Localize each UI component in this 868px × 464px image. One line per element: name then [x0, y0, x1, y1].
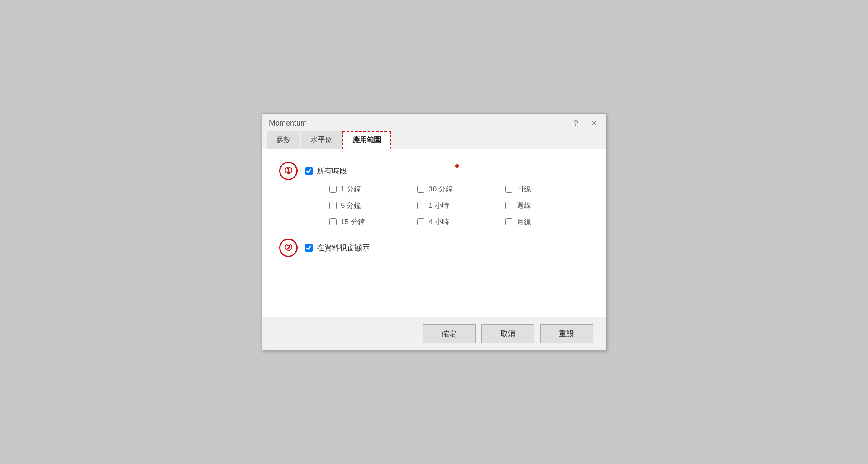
section-periods: ① 所有時段 1 分鐘 30 分鐘 日線 [279, 162, 589, 227]
dialog-title: Momentum [269, 119, 307, 128]
badge-1: ① [279, 162, 298, 180]
checkbox-monthly[interactable] [505, 218, 512, 225]
show-in-data-window-checkbox[interactable] [305, 244, 313, 252]
footer: 確定 取消 重設 [262, 317, 606, 350]
option-4hour: 4 小時 [417, 217, 501, 227]
title-bar-controls: ? × [571, 118, 599, 128]
option-weekly: 週線 [505, 201, 589, 210]
option-5min: 5 分鐘 [329, 201, 413, 210]
show-in-data-window-label[interactable]: 在資料視窗顯示 [305, 243, 370, 253]
option-daily: 日線 [505, 184, 589, 194]
tab-params[interactable]: 參數 [267, 131, 300, 149]
option-15min: 15 分鐘 [329, 217, 413, 227]
checkbox-daily[interactable] [505, 186, 512, 193]
checkbox-30min[interactable] [417, 186, 424, 193]
periods-grid: 1 分鐘 30 分鐘 日線 5 分鐘 1 小時 [329, 184, 589, 227]
checkbox-5min[interactable] [329, 202, 337, 209]
option-1hour: 1 小時 [417, 201, 501, 210]
confirm-button[interactable]: 確定 [423, 324, 476, 343]
close-button[interactable]: × [589, 118, 599, 128]
red-dot-indicator [455, 164, 459, 168]
reset-button[interactable]: 重設 [540, 324, 593, 343]
all-periods-checkbox[interactable] [305, 167, 313, 175]
data-window-row: ② 在資料視窗顯示 [279, 239, 589, 257]
help-button[interactable]: ? [571, 118, 580, 128]
content-area: ① 所有時段 1 分鐘 30 分鐘 日線 [262, 149, 606, 317]
section-data-window: ② 在資料視窗顯示 [279, 239, 589, 257]
cancel-button[interactable]: 取消 [481, 324, 534, 343]
tab-horizontal[interactable]: 水平位 [301, 131, 342, 149]
checkbox-1hour[interactable] [417, 202, 424, 209]
all-periods-row: ① 所有時段 [279, 162, 589, 180]
tab-bar: 參數 水平位 應用範圍 [262, 131, 606, 149]
badge-2: ② [279, 239, 298, 257]
option-1min: 1 分鐘 [329, 184, 413, 194]
title-bar: Momentum ? × [262, 114, 606, 128]
checkbox-weekly[interactable] [505, 202, 512, 209]
dialog: Momentum ? × 參數 水平位 應用範圍 ① 所有時段 [262, 113, 606, 351]
checkbox-1min[interactable] [329, 186, 337, 193]
option-30min: 30 分鐘 [417, 184, 501, 194]
checkbox-15min[interactable] [329, 218, 337, 225]
all-periods-label[interactable]: 所有時段 [305, 166, 347, 176]
option-monthly: 月線 [505, 217, 589, 227]
checkbox-4hour[interactable] [417, 218, 424, 225]
tab-apply-range[interactable]: 應用範圍 [342, 131, 391, 149]
